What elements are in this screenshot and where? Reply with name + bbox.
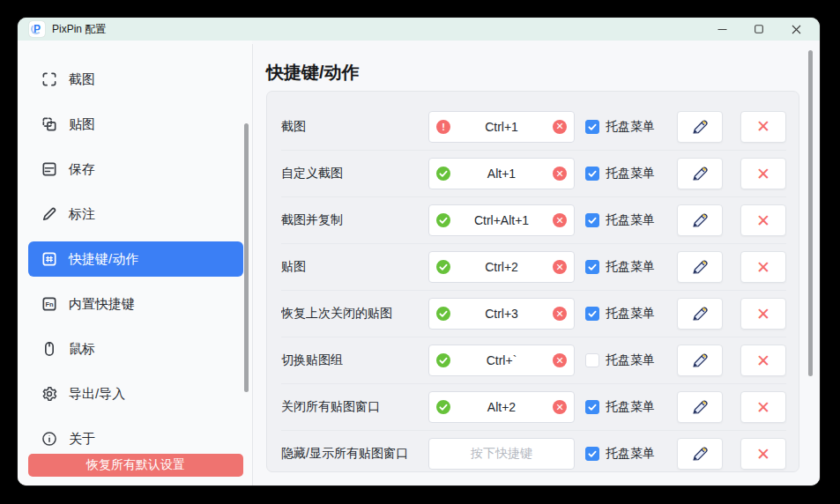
- tray-menu-group: 托盘菜单: [585, 166, 663, 182]
- tray-menu-label: 托盘菜单: [606, 399, 655, 415]
- sidebar-item-about[interactable]: 关于: [28, 421, 243, 456]
- main-scrollbar-thumb[interactable]: [808, 50, 813, 376]
- hotkey-input[interactable]: Ctrl+Alt+1 ✕: [428, 204, 575, 236]
- tray-menu-checkbox[interactable]: [585, 120, 599, 134]
- sidebar-item-label: 标注: [69, 206, 95, 223]
- hotkey-row-restore-last-pin: 恢复上次关闭的贴图 Ctrl+3 ✕ 托盘菜单 ✕: [281, 290, 786, 337]
- tray-menu-checkbox[interactable]: [585, 167, 599, 181]
- hotkey-row-label: 截图: [281, 119, 428, 135]
- hotkey-input[interactable]: Ctrl+` ✕: [428, 345, 575, 376]
- delete-hotkey-button[interactable]: ✕: [740, 438, 786, 470]
- save-icon: [40, 159, 59, 179]
- maximize-icon: [755, 25, 763, 33]
- info-icon: [40, 429, 59, 448]
- hotkey-input[interactable]: Alt+2 ✕: [428, 391, 575, 423]
- sidebar-item-screenshot[interactable]: 截图: [28, 62, 243, 97]
- clear-hotkey-icon[interactable]: ✕: [553, 120, 567, 134]
- edit-hotkey-button[interactable]: [677, 391, 723, 423]
- title-bar[interactable]: P PixPin 配置: [18, 18, 820, 41]
- check-icon: [587, 215, 598, 226]
- check-icon: [587, 448, 598, 459]
- edit-hotkey-button[interactable]: [677, 111, 723, 143]
- sidebar-item-export-import[interactable]: 导出/导入: [28, 376, 243, 411]
- restore-defaults-button[interactable]: 恢复所有默认设置: [28, 454, 243, 477]
- tray-menu-label: 托盘菜单: [606, 166, 655, 182]
- hotkey-row-pin-image: 贴图 Ctrl+2 ✕ 托盘菜单 ✕: [281, 243, 786, 290]
- edit-hotkey-button[interactable]: [677, 158, 723, 189]
- pin-image-icon: [40, 115, 59, 134]
- delete-hotkey-button[interactable]: ✕: [740, 391, 786, 423]
- tray-menu-checkbox[interactable]: [585, 260, 599, 274]
- hotkey-row-label: 恢复上次关闭的贴图: [281, 306, 428, 322]
- hotkey-input[interactable]: ! Ctrl+1 ✕: [428, 111, 575, 143]
- clear-hotkey-icon[interactable]: ✕: [553, 307, 567, 321]
- edit-hotkey-button[interactable]: [677, 438, 723, 470]
- edit-hotkey-button[interactable]: [677, 298, 723, 330]
- hotkey-input[interactable]: Ctrl+2 ✕: [428, 251, 575, 283]
- clear-hotkey-icon[interactable]: ✕: [553, 167, 567, 181]
- sidebar-item-label: 鼠标: [69, 341, 95, 358]
- tray-menu-checkbox[interactable]: [585, 353, 599, 367]
- tray-menu-group: 托盘菜单: [585, 352, 663, 368]
- sidebar-item-pin-image[interactable]: 贴图: [28, 107, 243, 142]
- pixpin-logo-icon: P: [29, 21, 45, 37]
- annotate-icon: [40, 204, 59, 224]
- tray-menu-group: 托盘菜单: [585, 399, 663, 415]
- tray-menu-group: 托盘菜单: [585, 119, 663, 135]
- delete-hotkey-button[interactable]: ✕: [740, 251, 786, 283]
- window-title: PixPin 配置: [52, 22, 106, 37]
- hotkey-row-switch-pin-group: 切换贴图组 Ctrl+` ✕ 托盘菜单 ✕: [281, 337, 786, 383]
- edit-hotkey-button[interactable]: [677, 251, 723, 283]
- tray-menu-checkbox[interactable]: [585, 307, 599, 321]
- sidebar-scrollbar-thumb[interactable]: [244, 123, 249, 392]
- hotkey-input[interactable]: Alt+1 ✕: [428, 158, 575, 189]
- sidebar-item-label: 关于: [69, 431, 95, 448]
- tray-menu-checkbox[interactable]: [585, 447, 599, 461]
- sidebar-item-label: 导出/导入: [69, 386, 125, 403]
- check-icon: [587, 262, 598, 272]
- hotkey-input[interactable]: Ctrl+3 ✕: [428, 298, 575, 330]
- tray-menu-checkbox[interactable]: [585, 400, 599, 414]
- pencil-icon: [691, 445, 709, 463]
- clear-hotkey-icon[interactable]: ✕: [553, 260, 567, 274]
- clear-hotkey-icon[interactable]: ✕: [553, 400, 567, 414]
- clear-hotkey-icon[interactable]: ✕: [553, 213, 567, 227]
- hotkey-row-screenshot-copy: 截图并复制 Ctrl+Alt+1 ✕ 托盘菜单 ✕: [281, 196, 786, 243]
- desktop-background: P PixPin 配置 截图 贴图 保存: [0, 0, 840, 504]
- sidebar-item-annotate[interactable]: 标注: [28, 196, 243, 232]
- delete-hotkey-button[interactable]: ✕: [740, 204, 786, 236]
- edit-hotkey-button[interactable]: [677, 204, 723, 236]
- delete-hotkey-button[interactable]: ✕: [740, 158, 786, 189]
- delete-hotkey-button[interactable]: ✕: [740, 298, 786, 330]
- maximize-button[interactable]: [740, 18, 777, 41]
- pencil-icon: [691, 258, 709, 276]
- hotkey-row-close-all-pins: 关闭所有贴图窗口 Alt+2 ✕ 托盘菜单 ✕: [281, 383, 786, 430]
- close-button[interactable]: [777, 18, 814, 41]
- hotkey-row-label: 切换贴图组: [281, 352, 428, 368]
- hotkey-input[interactable]: 按下快捷键 ✕: [428, 438, 575, 470]
- tray-menu-group: 托盘菜单: [585, 306, 663, 322]
- sidebar-item-label: 截图: [69, 71, 95, 88]
- tray-menu-label: 托盘菜单: [606, 446, 655, 462]
- tray-menu-checkbox[interactable]: [585, 213, 599, 227]
- mouse-icon: [40, 339, 59, 359]
- sidebar-item-builtin-hotkeys[interactable]: Fn 内置快捷键: [28, 286, 243, 322]
- edit-hotkey-button[interactable]: [677, 345, 723, 376]
- clear-hotkey-icon[interactable]: ✕: [553, 353, 567, 367]
- check-icon: [587, 402, 598, 412]
- sidebar: 截图 贴图 保存 标注 快捷键/动作 Fn 内置快捷键 鼠标 导出/导入 关于 …: [18, 41, 252, 485]
- screenshot-icon: [40, 70, 59, 89]
- sidebar-item-save[interactable]: 保存: [28, 152, 243, 187]
- sidebar-item-mouse[interactable]: 鼠标: [28, 331, 243, 367]
- tray-menu-group: 托盘菜单: [585, 259, 663, 275]
- minimize-button[interactable]: [703, 18, 740, 41]
- sidebar-item-hotkeys-actions[interactable]: 快捷键/动作: [28, 241, 243, 277]
- delete-hotkey-button[interactable]: ✕: [740, 345, 786, 376]
- hotkey-row-label: 截图并复制: [281, 212, 428, 228]
- delete-hotkey-button[interactable]: ✕: [740, 111, 786, 143]
- tray-menu-label: 托盘菜单: [606, 212, 655, 228]
- page-title: 快捷键/动作: [253, 41, 820, 85]
- sidebar-item-label: 快捷键/动作: [69, 251, 138, 268]
- tray-menu-label: 托盘菜单: [606, 306, 655, 322]
- minimize-icon: [717, 25, 727, 34]
